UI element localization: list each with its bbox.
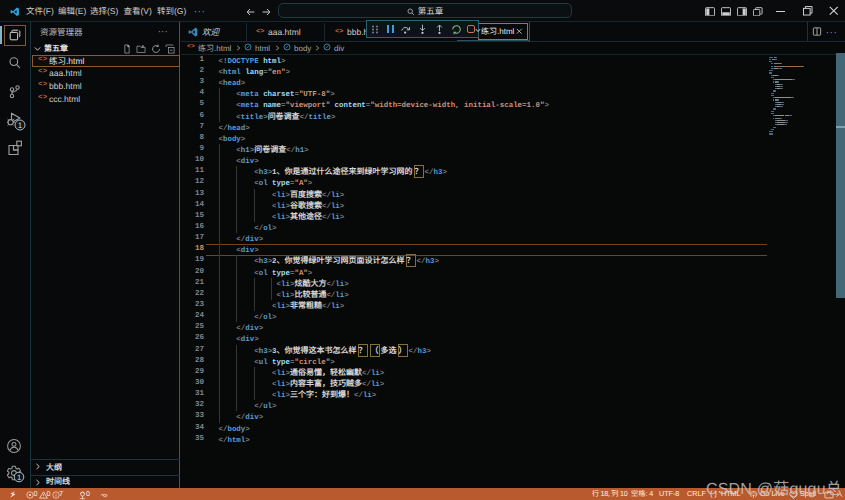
svg-text:1: 1 bbox=[18, 121, 23, 130]
svg-text:1: 1 bbox=[17, 473, 21, 482]
